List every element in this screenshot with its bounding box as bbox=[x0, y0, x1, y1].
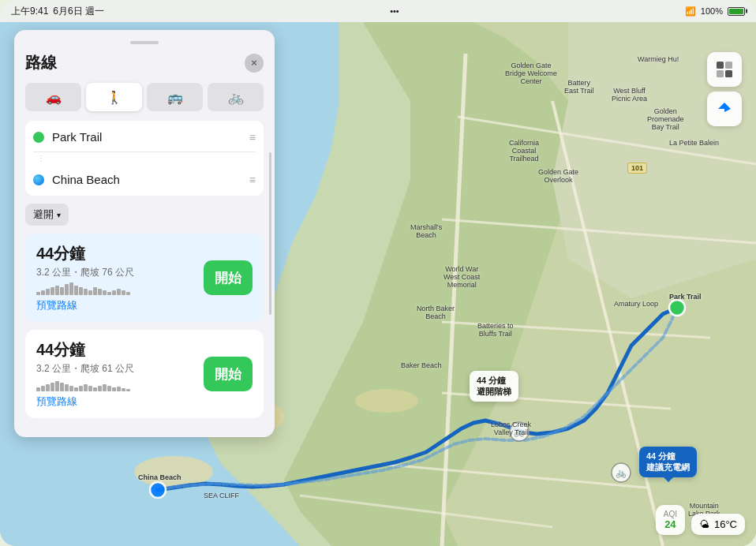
svg-rect-15 bbox=[717, 70, 724, 77]
map-label-wwii: World WarWest CoastMemorial bbox=[443, 265, 480, 289]
avoid-button[interactable]: 避開 ▾ bbox=[25, 204, 69, 226]
map-label-golden-promenade: GoldenPromenadeBay Trail bbox=[647, 107, 684, 131]
panel-title: 路線 bbox=[25, 52, 57, 73]
svg-point-8 bbox=[150, 482, 166, 498]
svg-rect-16 bbox=[725, 70, 732, 77]
connector: ⋮ bbox=[33, 152, 256, 165]
panel-header: 路線 × bbox=[25, 52, 264, 73]
route-1-time: 44分鐘 bbox=[36, 243, 196, 264]
waypoint-end-label: China Beach bbox=[52, 173, 241, 186]
date: 6月6日 週一 bbox=[53, 5, 104, 18]
route-1-elevation bbox=[36, 282, 196, 295]
wifi-icon: 📶 bbox=[685, 6, 696, 17]
status-center: ••• bbox=[390, 6, 399, 16]
route-1-detail: 3.2 公里・爬坡 76 公尺 bbox=[36, 266, 196, 279]
transport-tab-cycling[interactable]: 🚲 bbox=[208, 83, 264, 111]
svg-rect-14 bbox=[725, 62, 732, 69]
route-bubble-stairs: 44 分鐘避開階梯 bbox=[470, 371, 518, 402]
location-button[interactable] bbox=[707, 92, 742, 126]
map-label-warmieg: Warmieg Hu! bbox=[638, 55, 679, 63]
route-1-start-button[interactable]: 開始 bbox=[204, 260, 253, 295]
waypoint-end: China Beach ≡ bbox=[33, 165, 256, 194]
route-2-time: 44分鐘 bbox=[36, 339, 196, 361]
close-button[interactable]: × bbox=[245, 54, 264, 73]
map-label-golden-gate-overlook: Golden GateOverlook bbox=[538, 168, 578, 184]
panel-drag-handle[interactable] bbox=[130, 41, 159, 44]
map-label-amatury: Amatury Loop bbox=[614, 300, 658, 308]
route-option-2[interactable]: 44分鐘 3.2 公里・爬坡 61 公尺 bbox=[25, 330, 264, 418]
route-1-preview[interactable]: 預覽路線 bbox=[36, 298, 196, 312]
transport-tabs: 🚗 🚶 🚌 🚲 bbox=[25, 83, 264, 111]
status-right: 📶 100% bbox=[685, 6, 745, 17]
map-controls bbox=[707, 52, 742, 126]
map-label-california-coastal: CaliforniaCoastalTrailhead bbox=[509, 139, 539, 163]
svg-rect-13 bbox=[717, 62, 724, 69]
route-option-1[interactable]: 44分鐘 3.2 公里・爬坡 76 公尺 bbox=[25, 234, 264, 322]
route-bubble-charging: 44 分鐘建議充電網 bbox=[639, 447, 697, 477]
map-type-button[interactable] bbox=[707, 52, 742, 87]
map-label-battery-east: BatteryEast Trail bbox=[564, 79, 594, 95]
map-label-baker-beach: Baker Beach bbox=[401, 361, 442, 369]
map-label-golden-gate-welcome: Golden GateBridge WelcomeCenter bbox=[505, 62, 557, 85]
map-label-lobos-creek: Lobos CreekValley Trail bbox=[491, 421, 531, 436]
road-101-badge: 101 bbox=[627, 163, 647, 174]
map-label-china-beach: China Beach bbox=[138, 473, 182, 481]
aqi-label: AQI bbox=[664, 510, 677, 518]
aqi-value: 24 bbox=[664, 518, 677, 530]
map-label-marshalls: Marshall'sBeach bbox=[410, 223, 442, 239]
waypoints-list: Park Trail ≡ ⋮ China Beach ≡ bbox=[25, 121, 264, 196]
waypoint-start-label: Park Trail bbox=[52, 130, 241, 144]
route-panel: 路線 × 🚗 🚶 🚌 🚲 Park Trail ≡ ⋮ China Beach … bbox=[14, 30, 275, 437]
svg-text:🚲: 🚲 bbox=[616, 467, 627, 478]
map-label-west-bluff: West BluffPicnic Area bbox=[612, 87, 647, 103]
weather-icon: 🌤 bbox=[699, 518, 709, 530]
waypoint-start-handle[interactable]: ≡ bbox=[249, 131, 256, 144]
svg-point-7 bbox=[669, 300, 685, 316]
route-2-info: 44分鐘 3.2 公里・爬坡 61 公尺 bbox=[36, 339, 196, 409]
map-label-north-baker: North BakerBeach bbox=[417, 305, 455, 320]
status-bar: 上午9:41 6月6日 週一 ••• 📶 100% bbox=[0, 0, 756, 22]
route-2-detail: 3.2 公里・爬坡 61 公尺 bbox=[36, 362, 196, 376]
waypoint-start: Park Trail ≡ bbox=[33, 122, 256, 152]
route-1-info: 44分鐘 3.2 公里・爬坡 76 公尺 bbox=[36, 243, 196, 312]
status-left: 上午9:41 6月6日 週一 bbox=[11, 5, 104, 18]
aqi-badge: AQI 24 bbox=[656, 505, 685, 535]
route-2-preview[interactable]: 預覽路線 bbox=[36, 395, 196, 409]
battery-icon bbox=[728, 7, 745, 16]
transport-tab-driving[interactable]: 🚗 bbox=[25, 83, 81, 111]
svg-point-6 bbox=[355, 389, 418, 413]
panel-scrollbar bbox=[269, 152, 271, 315]
map-label-la-petite: La Petite Balein bbox=[669, 139, 719, 147]
weather-badge: 🌤 16°C bbox=[691, 514, 745, 535]
waypoint-end-handle[interactable]: ≡ bbox=[249, 174, 256, 186]
time: 上午9:41 bbox=[11, 5, 48, 18]
route-2-elevation bbox=[36, 379, 196, 391]
transport-tab-transit[interactable]: 🚌 bbox=[147, 83, 203, 111]
route-2-start-button[interactable]: 開始 bbox=[204, 357, 253, 391]
waypoint-start-dot bbox=[33, 132, 44, 143]
weather-temp: 16°C bbox=[714, 518, 737, 530]
map-label-park-trail: Park Trail bbox=[669, 293, 702, 301]
waypoint-end-dot bbox=[33, 174, 44, 185]
map-label-sea-cliff: SEA CLIFF bbox=[204, 492, 239, 499]
chevron-down-icon: ▾ bbox=[57, 211, 61, 219]
battery-percent: 100% bbox=[701, 6, 723, 16]
transport-tab-walking[interactable]: 🚶 bbox=[86, 83, 142, 111]
avoid-label: 避開 bbox=[33, 208, 54, 222]
map-label-batteries-bluffs: Batteries toBluffs Trail bbox=[477, 322, 514, 338]
